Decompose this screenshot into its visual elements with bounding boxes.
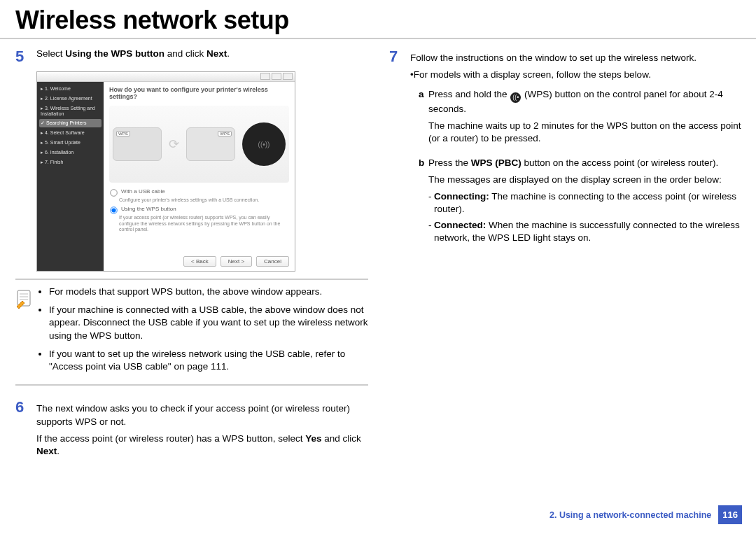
left-column: 5 Select Using the WPS button and click … — [15, 48, 368, 469]
device-printer: WPS — [186, 127, 235, 161]
option-label: Using the WPS button — [121, 206, 176, 213]
step-number: 7 — [389, 48, 410, 247]
note-block: For models that support WPS button, the … — [15, 279, 368, 386]
close-icon — [283, 73, 293, 80]
substep-body: Press the WPS (PBC) button on the access… — [428, 157, 742, 247]
option-label: With a USB cable — [121, 188, 165, 195]
side-item: 2. License Agreement — [39, 94, 102, 103]
installer-question: How do you want to configure your printe… — [109, 86, 289, 100]
wps-badge: WPS — [116, 131, 130, 136]
step-6: 6 The next window asks you to check if y… — [15, 398, 368, 462]
page-footer: 2. Using a network-connected machine 116 — [550, 505, 742, 524]
text: button on the access point (or wireless … — [522, 157, 718, 168]
text-bold: Using the WPS button — [65, 48, 164, 59]
text-bold: Connected: — [434, 220, 486, 230]
dash-item: - Connecting: The machine is connecting … — [428, 190, 742, 216]
sub-bullet: •For models with a display screen, follo… — [410, 69, 742, 81]
side-item: 7. Finish — [39, 158, 102, 167]
installer-window: 1. Welcome 2. License Agreement 3. Wirel… — [36, 71, 295, 272]
side-item-active: Searching Printers — [39, 119, 102, 127]
step-number: 5 — [15, 48, 36, 64]
minimize-icon — [260, 73, 270, 80]
wps-icon: ((• — [510, 92, 521, 103]
dash-item: - Connected: When the machine is success… — [428, 219, 742, 244]
window-titlebar — [37, 72, 295, 82]
note-bullet: For models that support WPS button, the … — [49, 286, 368, 298]
wps-badge: WPS — [218, 131, 232, 136]
cancel-button[interactable]: Cancel — [256, 256, 289, 267]
dash-mark: - — [428, 190, 434, 216]
step-5: 5 Select Using the WPS button and click … — [15, 48, 368, 64]
side-item: 3. Wireless Setting and Installation — [39, 104, 102, 118]
note-bullet: If you want to set up the wireless netwo… — [49, 348, 368, 373]
device-left: WPS — [113, 127, 162, 161]
back-button[interactable]: < Back — [183, 256, 216, 267]
maximize-icon — [272, 73, 281, 80]
paragraph: The machine waits up to 2 minutes for th… — [428, 120, 742, 145]
radio-wps[interactable] — [110, 207, 117, 214]
option-wps: Using the WPS button — [109, 206, 289, 215]
paragraph: The next window asks you to check if you… — [36, 402, 368, 428]
text-bold: Yes — [305, 433, 321, 444]
side-item: 6. Installation — [39, 148, 102, 157]
option-desc: Configure your printer's wireless settin… — [119, 197, 289, 203]
installer-main: How do you want to configure your printe… — [104, 82, 295, 271]
text-bold: Next — [206, 48, 227, 59]
dash-mark: - — [428, 219, 434, 244]
dash-body: Connecting: The machine is connecting to… — [434, 190, 742, 216]
next-button[interactable]: Next > — [220, 256, 252, 267]
radio-usb[interactable] — [110, 189, 117, 196]
paragraph: Follow the instructions on the window to… — [410, 52, 742, 64]
installer-body: 1. Welcome 2. License Agreement 3. Wirel… — [37, 82, 295, 271]
page-title: Wireless network setup — [0, 0, 756, 39]
text: and click — [321, 433, 360, 444]
step-text: Select Using the WPS button and click Ne… — [36, 48, 368, 64]
step-text: The next window asks you to check if you… — [36, 398, 368, 462]
text-bold: Next — [36, 446, 57, 456]
text: . — [227, 48, 230, 59]
text-bold: Connecting: — [434, 191, 489, 202]
text: Select — [36, 48, 65, 59]
installer-illustration: WPS ⟳ WPS ((•)) — [109, 106, 289, 183]
text: . — [57, 446, 59, 456]
side-item: 1. Welcome — [39, 85, 102, 93]
substep-body: Press and hold the ((• (WPS) button on t… — [428, 88, 742, 149]
installer-buttons: < Back Next > Cancel — [109, 252, 289, 267]
note-list: For models that support WPS button, the … — [39, 286, 368, 379]
text: Press the — [428, 157, 471, 168]
router-disk-icon: ((•)) — [242, 122, 286, 166]
step-number: 6 — [15, 398, 36, 462]
step-7: 7 Follow the instructions on the window … — [389, 48, 742, 247]
right-column: 7 Follow the instructions on the window … — [389, 48, 742, 469]
footer-chapter: 2. Using a network-connected machine — [550, 510, 711, 520]
substep-mark: b — [419, 157, 428, 247]
text: and click — [164, 48, 206, 59]
option-usb: With a USB cable — [109, 188, 289, 197]
text: Press and hold the — [428, 89, 510, 99]
substep-a: a Press and hold the ((• (WPS) button on… — [419, 88, 742, 149]
substep-mark: a — [419, 88, 428, 149]
installer-sidebar: 1. Welcome 2. License Agreement 3. Wirel… — [37, 82, 104, 271]
side-item: 4. Select Software — [39, 129, 102, 137]
paragraph: If the access point (or wireless router)… — [36, 433, 368, 458]
dash-body: Connected: When the machine is successfu… — [434, 219, 742, 244]
side-item: 5. Smart Update — [39, 139, 102, 147]
note-icon — [15, 286, 39, 379]
text-bold: WPS (PBC) — [471, 157, 522, 168]
sync-arrows-icon: ⟳ — [169, 136, 179, 152]
substep-b: b Press the WPS (PBC) button on the acce… — [419, 157, 742, 247]
option-desc: If your access point (or wireless router… — [119, 215, 289, 232]
footer-page-number: 116 — [718, 505, 742, 524]
note-bullet: If your machine is connected with a USB … — [49, 304, 368, 342]
content-columns: 5 Select Using the WPS button and click … — [0, 39, 756, 469]
text: If the access point (or wireless router)… — [36, 433, 305, 444]
step-text: Follow the instructions on the window to… — [410, 48, 742, 247]
paragraph: The messages are displayed on the displa… — [428, 174, 742, 186]
